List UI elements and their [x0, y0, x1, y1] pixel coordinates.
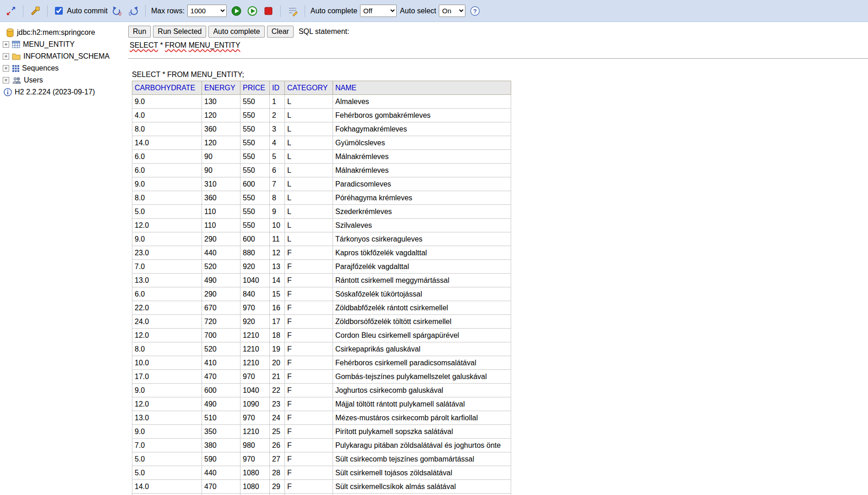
tree-item-sequences[interactable]: + Sequences [3, 62, 126, 74]
table-cell: 470 [202, 370, 240, 384]
table-cell: 1040 [240, 384, 270, 397]
table-cell: 8.0 [132, 342, 202, 356]
table-cell: Szederkrémleves [333, 205, 511, 219]
table-cell: 10 [270, 219, 285, 232]
run-icon[interactable] [230, 5, 243, 17]
help-icon[interactable]: ? [469, 5, 481, 17]
expand-icon[interactable]: + [3, 65, 9, 72]
table-cell: 550 [240, 136, 270, 150]
table-cell: Sült csirkemellcsíkok almás salátával [333, 480, 511, 494]
table-cell: 550 [240, 164, 270, 177]
table-cell: 14.0 [132, 136, 202, 150]
column-header: NAME [333, 81, 511, 95]
edit-icon[interactable] [286, 5, 299, 17]
auto-commit-toggle[interactable]: Auto commit [53, 6, 108, 16]
table-cell: 970 [240, 301, 270, 315]
tree-item-information-schema[interactable]: + INFORMATION_SCHEMA [3, 50, 126, 62]
auto-commit-checkbox[interactable] [55, 7, 63, 15]
cancel-icon[interactable] [262, 5, 275, 17]
results-table-body: 9.01305501LAlmaleves4.01205502LFehérboro… [132, 95, 511, 495]
table-cell: 5 [270, 150, 285, 164]
table-cell: 110 [202, 219, 240, 232]
table-cell: 29 [270, 480, 285, 494]
toolbar-separator [47, 5, 48, 17]
sql-text: SELECT * FROM MENU_ENTITY [130, 41, 240, 49]
table-cell: F [285, 480, 333, 494]
table-cell: Tárkonyos csirkeraguleves [333, 232, 511, 246]
svg-text:?: ? [473, 8, 477, 15]
sequences-icon [12, 65, 19, 72]
run-selected-icon[interactable] [246, 5, 259, 17]
table-cell: F [285, 411, 333, 425]
table-cell: F [285, 287, 333, 301]
table-cell: 6 [270, 164, 285, 177]
table-cell: Parajfőzelék vagdalttal [333, 260, 511, 274]
top-toolbar: Auto commit 0 0 Max rows: 1000 [0, 0, 868, 22]
table-row: 12.0490109023FMájjal töltött rántott pul… [132, 397, 511, 411]
table-cell: 17.0 [132, 370, 202, 384]
run-button[interactable]: Run [128, 26, 151, 38]
tree-item-label: Users [24, 76, 43, 84]
auto-complete-select[interactable]: Off [360, 5, 397, 17]
tree-item-users[interactable]: + Users [3, 74, 126, 86]
table-cell: 410 [202, 356, 240, 370]
table-row: 5.0440108028FSült csirkemell tojásos zöl… [132, 466, 511, 480]
auto-complete-label: Auto complete [311, 7, 357, 15]
table-cell: L [285, 95, 333, 109]
table-cell: 23.0 [132, 246, 202, 260]
table-cell: 12.0 [132, 397, 202, 411]
table-cell: 4 [270, 136, 285, 150]
auto-complete-button[interactable]: Auto complete [208, 26, 264, 38]
table-cell: 290 [202, 232, 240, 246]
table-cell: 5.0 [132, 452, 202, 466]
info-icon [4, 88, 12, 96]
table-cell: Mézes-mustáros csirkecomb párolt karfiol… [333, 411, 511, 425]
expand-icon[interactable]: + [3, 41, 9, 48]
max-rows-select[interactable]: 1000 [187, 5, 227, 17]
table-cell: 19 [270, 342, 285, 356]
tree-item-menu-entity[interactable]: + MENU_ENTITY [3, 38, 126, 50]
svg-text:0: 0 [119, 11, 121, 16]
table-cell: F [285, 342, 333, 356]
table-cell: 8 [270, 191, 285, 205]
commit-icon[interactable]: 0 [127, 5, 140, 17]
table-cell: Joghurtos csirkecomb galuskával [333, 384, 511, 397]
table-cell: 5.0 [132, 466, 202, 480]
table-cell: 8.0 [132, 191, 202, 205]
table-row: 4.01205502LFehérboros gombakrémleves [132, 109, 511, 122]
run-selected-button[interactable]: Run Selected [153, 26, 206, 38]
table-cell: L [285, 177, 333, 191]
refresh-objects-icon[interactable] [29, 5, 42, 17]
table-cell: L [285, 219, 333, 232]
sql-input[interactable]: SELECT * FROM MENU_ENTITY [128, 40, 868, 59]
table-cell: 1160 [240, 494, 270, 495]
table-cell: 1210 [240, 342, 270, 356]
table-row: 5.059097027FSült csirkecomb tejszínes go… [132, 452, 511, 466]
table-row: 22.067097016FZöldbabfőzelék rántott csir… [132, 301, 511, 315]
database-tree: jdbc:h2:mem:springcore + MENU_ENTITY + [0, 22, 128, 495]
table-cell: Pulykaragu pitában zöldsalátával és jogh… [333, 439, 511, 452]
tree-item-connection[interactable]: jdbc:h2:mem:springcore [3, 27, 126, 38]
connection-label: jdbc:h2:mem:springcore [17, 28, 95, 37]
table-cell: Cordon Bleu csirkemell spárgapürével [333, 329, 511, 342]
expand-icon[interactable]: + [3, 53, 9, 60]
table-cell: L [285, 232, 333, 246]
rollback-icon[interactable]: 0 [111, 5, 124, 17]
table-cell: 12.0 [132, 219, 202, 232]
table-cell: Sült pulykacomb mozzarellás sült zöldség… [333, 494, 511, 495]
toolbar-separator [305, 5, 305, 17]
tree-item-label: MENU_ENTITY [23, 40, 75, 49]
expand-icon[interactable]: + [3, 77, 9, 83]
table-cell: 550 [240, 95, 270, 109]
disconnect-icon[interactable] [5, 5, 17, 17]
table-cell: 490 [202, 274, 240, 287]
table-cell: Gombás-tejszínes pulykamellszelet galusk… [333, 370, 511, 384]
clear-button[interactable]: Clear [267, 26, 294, 38]
table-cell: 360 [202, 191, 240, 205]
table-cell: 30 [270, 494, 285, 495]
auto-select-select[interactable]: On [439, 5, 465, 17]
table-row: 18.0550116030FSült pulykacomb mozzarellá… [132, 494, 511, 495]
table-cell: 20 [270, 356, 285, 370]
table-cell: 520 [202, 342, 240, 356]
table-cell: 550 [240, 122, 270, 136]
